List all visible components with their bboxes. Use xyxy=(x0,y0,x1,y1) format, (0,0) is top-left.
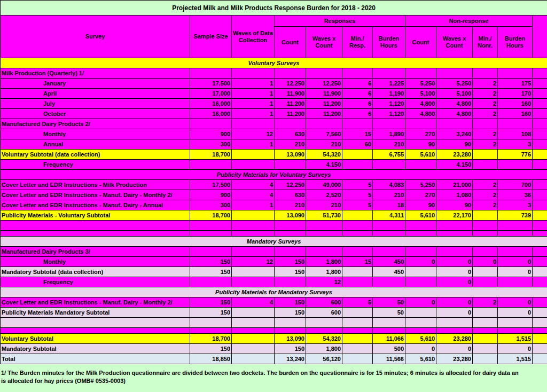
cell xyxy=(275,231,306,237)
cell: 16,000 xyxy=(190,99,232,109)
cell: 5,250 xyxy=(436,79,473,89)
col-group-responses: Responses xyxy=(275,15,405,27)
cell xyxy=(342,277,373,287)
row-label xyxy=(1,318,190,328)
table-row: Voluntary Surveys xyxy=(1,58,547,68)
cell xyxy=(306,68,342,79)
cell: 108 xyxy=(498,129,533,139)
cell: 5,610 xyxy=(405,150,436,160)
row-label: Publicity Materials Mandatory Subtotal xyxy=(1,308,190,318)
cell xyxy=(498,119,533,129)
row-label: Voluntary Subtotal (data collection) xyxy=(1,150,190,160)
table-row: January17,500112,25012,25061,2255,2505,2… xyxy=(1,79,547,89)
cell: 150 xyxy=(275,308,306,318)
cell: 0 xyxy=(498,344,533,354)
cell: 13,240 xyxy=(275,354,306,364)
cell: 0 xyxy=(498,297,533,308)
cell: 5 xyxy=(342,180,373,190)
cell xyxy=(373,160,405,170)
cell xyxy=(533,354,547,364)
cell: 16,000 xyxy=(190,109,232,119)
cell: 4.150 xyxy=(436,160,473,170)
cell: 18,700 xyxy=(190,334,232,344)
section-header: Mandatory Surveys xyxy=(1,237,547,247)
row-label: July xyxy=(1,99,190,109)
table-row: April17,000111,90011,90061,1905,1005,100… xyxy=(1,89,547,99)
cell xyxy=(533,297,547,308)
cell xyxy=(473,334,498,344)
cell: 600 xyxy=(306,308,342,318)
cell: 0 xyxy=(436,308,473,318)
table-row xyxy=(1,221,547,231)
cell xyxy=(498,221,533,231)
cell: 1 xyxy=(232,99,275,109)
cell xyxy=(232,308,275,318)
cell: 739 xyxy=(498,210,533,221)
cell: 4,311 xyxy=(373,210,405,221)
cell xyxy=(232,277,275,287)
cell: 600 xyxy=(306,297,342,308)
cell: 0 xyxy=(436,344,473,354)
cell xyxy=(306,247,342,257)
cell xyxy=(533,221,547,231)
cell xyxy=(275,318,306,328)
cell xyxy=(190,247,232,257)
cell: 5 xyxy=(342,297,373,308)
cell: 2 xyxy=(473,190,498,200)
table-row: Mandatory Subtotal (data collection)1501… xyxy=(1,267,547,277)
row-label: Annual xyxy=(1,139,190,150)
cell: 5,100 xyxy=(405,89,436,99)
cell xyxy=(533,139,547,150)
cell xyxy=(533,79,547,89)
cell xyxy=(342,68,373,79)
cell xyxy=(373,318,405,328)
cell xyxy=(306,221,342,231)
cell xyxy=(498,277,533,287)
cell: 12 xyxy=(232,129,275,139)
cell: 49,000 xyxy=(306,180,342,190)
row-label: Cover Letter and EDR Instructions - Manu… xyxy=(1,190,190,200)
cell: 630 xyxy=(275,129,306,139)
cell: 12 xyxy=(306,277,342,287)
cell: 17,500 xyxy=(190,79,232,89)
cell xyxy=(275,221,306,231)
header-group-row: Survey Sample Size Waves of Data Collect… xyxy=(1,15,547,27)
cell xyxy=(533,231,547,237)
cell: 170 xyxy=(498,89,533,99)
row-label: Total xyxy=(1,354,190,364)
cell: 3,240 xyxy=(436,129,473,139)
col-header-survey: Survey xyxy=(1,15,190,58)
cell: 1,515 xyxy=(498,334,533,344)
cell xyxy=(473,221,498,231)
cell: 776 xyxy=(498,150,533,160)
cell: 150 xyxy=(275,344,306,354)
cell xyxy=(405,308,436,318)
cell: 0 xyxy=(473,257,498,267)
section-header: Publicity Materials for Voluntary Survey… xyxy=(1,170,547,180)
col-header-sample-size: Sample Size xyxy=(190,15,232,58)
cell xyxy=(190,221,232,231)
row-label: Mandatory Subtotal xyxy=(1,344,190,354)
cell xyxy=(473,318,498,328)
table-row: Mandatory Subtotal1501501,800500000 xyxy=(1,344,547,354)
cell: 7,560 xyxy=(306,129,342,139)
cell xyxy=(232,328,275,334)
cell xyxy=(533,119,547,129)
cell xyxy=(473,267,498,277)
table-row: Frequency120 xyxy=(1,277,547,287)
cell xyxy=(373,328,405,334)
table-row: Cover Letter and EDR Instructions - Manu… xyxy=(1,297,547,308)
cell xyxy=(473,308,498,318)
cell: 3 xyxy=(498,200,533,210)
cell: 56,120 xyxy=(306,354,342,364)
cell: 2 xyxy=(473,180,498,190)
cell: 36 xyxy=(498,190,533,200)
row-label: Frequency xyxy=(1,277,190,287)
cell xyxy=(275,119,306,129)
cell xyxy=(498,247,533,257)
cell xyxy=(436,247,473,257)
cell xyxy=(405,328,436,334)
cell xyxy=(342,344,373,354)
row-label: Cover Letter and EDR Instructions - Milk… xyxy=(1,180,190,190)
row-label xyxy=(1,231,190,237)
